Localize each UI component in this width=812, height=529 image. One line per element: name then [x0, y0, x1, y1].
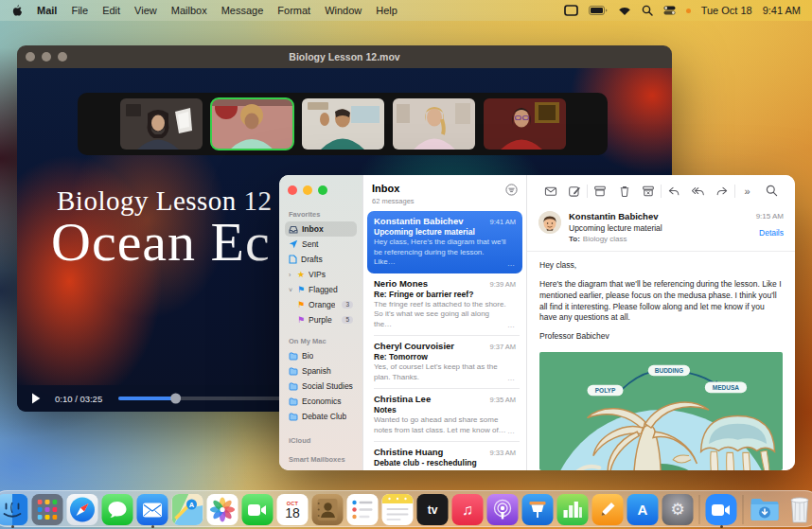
message-sender: Christine Huang [374, 447, 443, 457]
message-row-selected[interactable]: Konstantin Babichev9:41 AM Upcoming lect… [367, 211, 522, 273]
menu-edit[interactable]: Edit [102, 5, 120, 16]
dock-icon-trash[interactable] [785, 494, 812, 525]
dock-icon-calendar[interactable]: OCT 18 [277, 494, 309, 525]
dock-icon-maps[interactable]: A [172, 494, 203, 525]
message-time: 9:35 AM [489, 396, 516, 404]
chevron-right-icon[interactable]: › [289, 272, 293, 278]
sidebar-item-economics[interactable]: Economics [285, 394, 357, 409]
sidebar-item-drafts[interactable]: Drafts [285, 252, 357, 267]
menu-view[interactable]: View [134, 5, 157, 16]
message-row[interactable]: Nerio Mones9:39 AM Re: Fringe or barrier… [367, 273, 522, 336]
compose-icon[interactable] [563, 185, 588, 198]
battery-icon[interactable] [589, 6, 608, 15]
dock-icon-mail[interactable] [137, 494, 168, 525]
dock-icon-finder[interactable] [0, 494, 28, 525]
dock-icon-launchpad[interactable] [32, 494, 63, 525]
video-window-titlebar[interactable]: Biology Lesson 12.mov [17, 45, 672, 68]
menu-mailbox[interactable]: Mailbox [171, 5, 207, 16]
chevron-down-icon[interactable]: ˅ [289, 287, 293, 293]
menu-format[interactable]: Format [277, 5, 310, 16]
message-row[interactable]: Christine Huang9:33 AM Debate club - res… [367, 442, 522, 470]
sidebar-item-purple-flag[interactable]: ⚑ Purple 5 [285, 312, 357, 327]
menu-message[interactable]: Message [221, 5, 264, 16]
participant-thumbnail-1[interactable] [120, 98, 203, 150]
get-mail-icon[interactable] [538, 185, 563, 198]
dock-icon-zoom[interactable] [706, 494, 737, 525]
message-preview: The fringe reef is attached to the shore… [374, 300, 516, 330]
sidebar-item-bio[interactable]: Bio [285, 348, 357, 363]
sender-avatar[interactable] [538, 211, 561, 234]
menu-help[interactable]: Help [376, 5, 397, 16]
dock-icon-safari[interactable] [67, 494, 98, 525]
sidebar-item-social-studies[interactable]: Social Studies [285, 379, 357, 394]
wifi-icon[interactable] [618, 6, 631, 16]
sidebar-item-inbox[interactable]: Inbox [285, 221, 357, 237]
dock-icon-messages[interactable] [102, 494, 133, 525]
menu-window[interactable]: Window [325, 5, 362, 16]
more-chevrons-icon[interactable]: » [735, 185, 760, 197]
spotlight-search-icon[interactable] [642, 5, 653, 16]
message-row[interactable]: Cheryl Courvoisier9:37 AM Re: Tomorrow Y… [367, 336, 522, 388]
details-link[interactable]: Details [756, 228, 784, 238]
reply-all-icon[interactable] [686, 185, 711, 198]
participant-thumbnail-2-active-speaker[interactable] [211, 98, 293, 150]
mail-window: Favorites Inbox Sent Drafts › ★ VIPs ˅ ⚑ [279, 175, 795, 470]
dock-icon-numbers[interactable] [557, 494, 589, 525]
dock-icon-photos[interactable] [207, 494, 238, 525]
dock-icon-facetime[interactable] [242, 494, 274, 525]
sidebar-item-sent[interactable]: Sent [285, 237, 357, 252]
message-sender: Nerio Mones [374, 278, 428, 289]
trash-icon[interactable] [612, 185, 637, 198]
truncation-indicator: … [507, 427, 515, 435]
archive-icon[interactable] [588, 185, 612, 198]
dock-icon-downloads-folder[interactable] [750, 494, 781, 525]
reply-icon[interactable] [662, 185, 686, 198]
play-button[interactable] [31, 393, 41, 404]
dock-icon-pages[interactable] [592, 494, 624, 525]
forward-icon[interactable] [710, 185, 734, 198]
junk-icon[interactable] [636, 185, 661, 198]
participant-thumbnail-5[interactable] [484, 98, 566, 150]
dock-icon-app-store[interactable]: A [627, 494, 659, 525]
dock-icon-apple-tv[interactable]: tv [417, 494, 449, 525]
participant-thumbnail-4[interactable] [393, 98, 475, 150]
screen-mirroring-icon[interactable] [564, 5, 578, 16]
dock-icon-contacts[interactable] [312, 494, 344, 525]
detail-recipient-row: To:Biology class [569, 235, 662, 243]
filter-icon[interactable] [505, 184, 518, 196]
dock-icon-podcasts[interactable] [487, 494, 519, 525]
video-window-traffic-lights[interactable] [26, 52, 67, 62]
message-row[interactable]: Christina Lee9:35 AM Notes Wanted to go … [367, 389, 522, 441]
close-button[interactable] [288, 185, 297, 195]
folder-icon [289, 382, 298, 391]
dock-icon-reminders[interactable] [347, 494, 379, 525]
dock-icon-system-settings[interactable]: ⚙ [662, 494, 694, 525]
mail-traffic-lights[interactable] [285, 184, 357, 204]
participant-thumbnail-3[interactable] [302, 98, 384, 150]
folder-icon [289, 397, 298, 406]
icloud-section-label[interactable]: iCloud [289, 436, 357, 445]
music-note-icon: ♫ [452, 494, 484, 525]
sidebar-item-spanish[interactable]: Spanish [285, 363, 357, 379]
dock-icon-music[interactable]: ♫ [452, 494, 484, 525]
control-center-icon[interactable] [663, 6, 676, 15]
sidebar-item-label: VIPs [309, 270, 326, 279]
menu-bar-date[interactable]: Tue Oct 18 [701, 5, 752, 16]
sidebar-item-vips[interactable]: › ★ VIPs [285, 267, 357, 282]
sidebar-item-flagged[interactable]: ˅ ⚑ Flagged [285, 282, 357, 297]
smart-mailboxes-section-label[interactable]: Smart Mailboxes [289, 455, 357, 464]
search-icon[interactable] [759, 185, 784, 197]
minimize-button[interactable] [303, 185, 312, 195]
playback-scrubber-handle[interactable] [170, 394, 181, 404]
apple-menu-icon[interactable] [11, 4, 23, 17]
message-sender: Cheryl Courvoisier [374, 341, 454, 351]
sidebar-item-orange-flag[interactable]: ⚑ Orange 3 [285, 297, 357, 312]
menu-bar-clock[interactable]: 9:41 AM [763, 5, 801, 16]
zoom-button[interactable] [318, 185, 327, 195]
jellyfish-lifecycle-diagram[interactable]: POLYP BUDDING MEDUSA [539, 352, 783, 470]
sidebar-item-debate-club[interactable]: Debate Club [285, 409, 357, 424]
dock-icon-keynote[interactable] [522, 494, 554, 525]
dock-icon-notes[interactable] [382, 494, 414, 525]
menu-file[interactable]: File [71, 5, 88, 16]
menu-app-name[interactable]: Mail [37, 5, 57, 16]
